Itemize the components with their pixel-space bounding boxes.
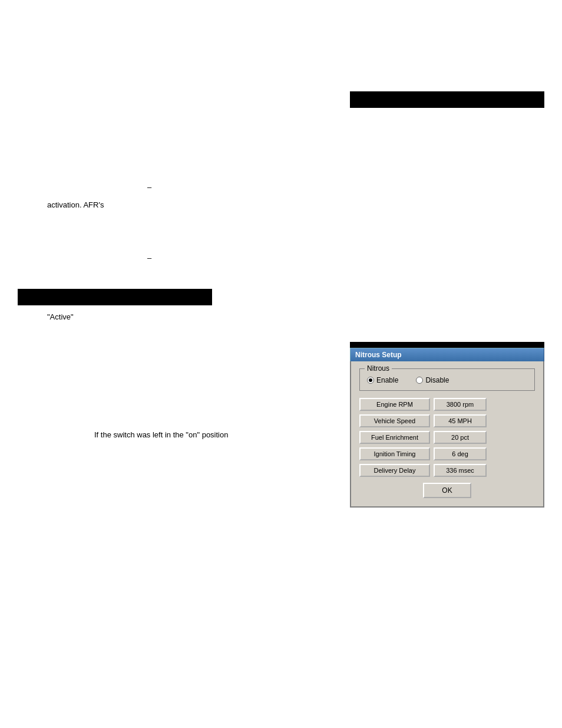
param-row-engine-rpm: Engine RPM 3800 rpm [359, 398, 535, 411]
disable-radio-dot [416, 377, 423, 384]
engine-rpm-value: 3800 rpm [434, 398, 487, 411]
disable-radio[interactable]: Disable [416, 376, 449, 384]
ignition-timing-button[interactable]: Ignition Timing [359, 447, 430, 460]
param-row-ignition-timing: Ignition Timing 6 deg [359, 447, 535, 460]
enable-radio-dot [367, 377, 374, 384]
ok-button[interactable]: OK [423, 483, 471, 498]
dialog-title: Nitrous Setup [355, 351, 402, 359]
param-row-vehicle-speed: Vehicle Speed 45 MPH [359, 414, 535, 427]
delivery-delay-value: 336 msec [434, 464, 487, 477]
param-row-fuel-enrichment: Fuel Enrichment 20 pct [359, 431, 535, 444]
header-bar-right [350, 91, 544, 108]
nitrous-group-legend: Nitrous [365, 364, 392, 373]
ok-row: OK [359, 483, 535, 498]
switch-text: If the switch was left in the "on" posit… [94, 430, 228, 439]
nitrous-radio-row: Enable Disable [367, 376, 527, 384]
delivery-delay-button[interactable]: Delivery Delay [359, 464, 430, 477]
vehicle-speed-button[interactable]: Vehicle Speed [359, 414, 430, 427]
fuel-enrichment-button[interactable]: Fuel Enrichment [359, 431, 430, 444]
dialog-body: Nitrous Enable Disable Engine RPM 3800 r… [350, 361, 544, 508]
param-row-delivery-delay: Delivery Delay 336 msec [359, 464, 535, 477]
nitrous-group: Nitrous Enable Disable [359, 368, 535, 391]
ignition-timing-value: 6 deg [434, 447, 487, 460]
activation-text: activation. AFR's [47, 200, 104, 209]
disable-label: Disable [425, 376, 449, 384]
fuel-enrichment-value: 20 pct [434, 431, 487, 444]
dash-1: – [147, 183, 151, 192]
dialog-titlebar: Nitrous Setup [350, 348, 544, 361]
header-bar-left [18, 289, 212, 305]
enable-label: Enable [376, 376, 398, 384]
enable-radio[interactable]: Enable [367, 376, 398, 384]
dash-2: – [147, 253, 151, 262]
nitrous-setup-dialog: Nitrous Setup Nitrous Enable Disable Eng… [350, 348, 544, 508]
vehicle-speed-value: 45 MPH [434, 414, 487, 427]
engine-rpm-button[interactable]: Engine RPM [359, 398, 430, 411]
active-label: "Active" [47, 312, 74, 321]
